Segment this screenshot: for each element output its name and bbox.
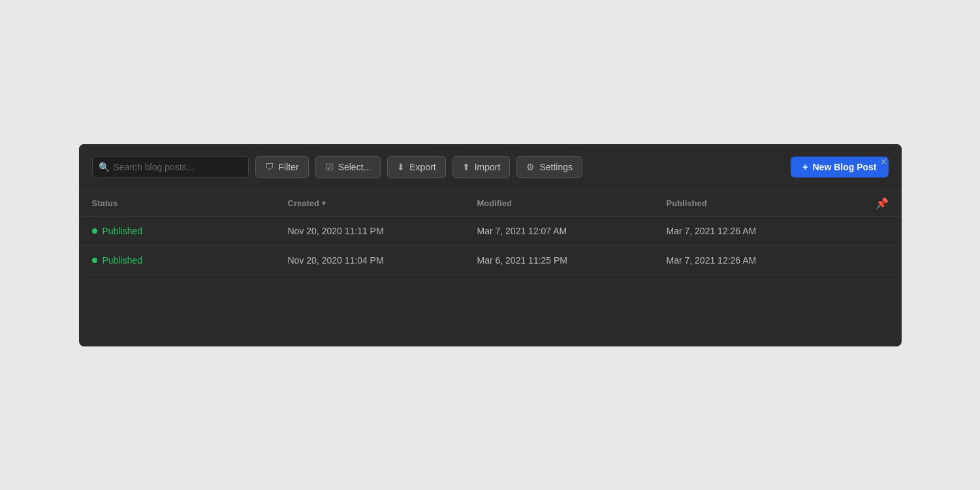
search-icon: 🔍 [99, 162, 110, 172]
table-row[interactable]: Published Nov 20, 2020 11:04 PM Mar 6, 2… [79, 246, 902, 275]
search-input[interactable] [92, 156, 249, 178]
column-header-modified: Modified [477, 197, 667, 209]
search-wrapper: 🔍 [92, 156, 249, 178]
toolbar: × 🔍 ⛉ Filter ☑ Select... ⬇ Export ⬆ Impo… [79, 144, 902, 191]
select-button[interactable]: ☑ Select... [315, 156, 381, 178]
status-dot [92, 228, 97, 234]
column-header-status: Status [92, 197, 288, 209]
close-icon: × [880, 155, 887, 168]
created-cell: Nov 20, 2020 11:11 PM [288, 226, 477, 236]
settings-button[interactable]: ⚙ Settings [516, 156, 582, 178]
modified-cell: Mar 6, 2021 11:25 PM [477, 255, 667, 266]
close-button[interactable]: × [876, 153, 891, 170]
table-header: Status Created ▾ Modified Published 📌 [79, 191, 902, 217]
filter-icon: ⛉ [265, 162, 274, 172]
status-label: Published [103, 255, 143, 266]
status-cell: Published [92, 255, 288, 266]
pin-icon: 📌 [876, 197, 889, 209]
published-cell: Mar 7, 2021 12:26 AM [667, 255, 856, 266]
import-icon: ⬆ [462, 162, 470, 172]
export-icon: ⬇ [397, 162, 405, 172]
status-label: Published [103, 226, 143, 236]
published-cell: Mar 7, 2021 12:26 AM [667, 226, 856, 236]
filter-button[interactable]: ⛉ Filter [255, 156, 309, 178]
status-cell: Published [92, 226, 288, 236]
settings-icon: ⚙ [526, 162, 535, 172]
created-cell: Nov 20, 2020 11:04 PM [288, 255, 477, 266]
modal-container: × 🔍 ⛉ Filter ☑ Select... ⬇ Export ⬆ Impo… [79, 144, 902, 346]
export-button[interactable]: ⬇ Export [387, 156, 445, 178]
select-icon: ☑ [325, 162, 334, 172]
import-button[interactable]: ⬆ Import [452, 156, 511, 178]
column-header-pin: 📌 [856, 197, 889, 209]
modified-cell: Mar 7, 2021 12:07 AM [477, 226, 667, 236]
new-blog-post-button[interactable]: + New Blog Post [791, 157, 888, 177]
status-dot [92, 258, 97, 263]
table-row[interactable]: Published Nov 20, 2020 11:11 PM Mar 7, 2… [79, 217, 902, 246]
column-header-published: Published [667, 197, 856, 209]
sort-icon: ▾ [322, 199, 326, 207]
plus-icon: + [802, 162, 808, 172]
column-header-created[interactable]: Created ▾ [288, 197, 477, 209]
